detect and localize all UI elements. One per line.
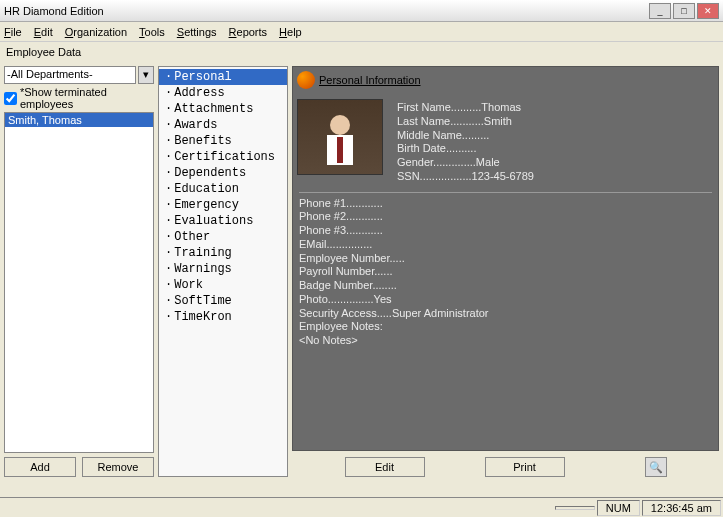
category-dependents[interactable]: Dependents (159, 165, 287, 181)
left-panel: -All Departments- ▾ *Show terminated emp… (4, 66, 154, 477)
print-button[interactable]: Print (485, 457, 565, 477)
show-terminated-checkbox[interactable] (4, 92, 17, 105)
menu-edit[interactable]: Edit (34, 26, 53, 38)
edit-button[interactable]: Edit (345, 457, 425, 477)
category-certifications[interactable]: Certifications (159, 149, 287, 165)
tool-icon[interactable]: 🔍 (645, 457, 667, 477)
category-timekron[interactable]: TimeKron (159, 309, 287, 325)
category-warnings[interactable]: Warnings (159, 261, 287, 277)
category-emergency[interactable]: Emergency (159, 197, 287, 213)
status-bar: NUM 12:36:45 am (0, 497, 723, 517)
category-softtime[interactable]: SoftTime (159, 293, 287, 309)
menu-bar: File Edit Organization Tools Settings Re… (0, 22, 723, 42)
status-num: NUM (597, 500, 640, 516)
category-address[interactable]: Address (159, 85, 287, 101)
minimize-button[interactable]: _ (649, 3, 671, 19)
section-icon (297, 71, 315, 89)
svg-rect-2 (337, 137, 343, 163)
category-list: Personal Address Attachments Awards Bene… (158, 66, 288, 477)
svg-point-0 (330, 115, 350, 135)
menu-help[interactable]: Help (279, 26, 302, 38)
category-personal[interactable]: Personal (159, 69, 287, 85)
menu-file[interactable]: File (4, 26, 22, 38)
detail-head-text: First Name..........Thomas Last Name....… (391, 99, 540, 186)
category-awards[interactable]: Awards (159, 117, 287, 133)
menu-reports[interactable]: Reports (229, 26, 268, 38)
employee-list[interactable]: Smith, Thomas (4, 112, 154, 453)
maximize-button[interactable]: □ (673, 3, 695, 19)
panel-label: Employee Data (0, 42, 723, 62)
section-title-text: Personal Information (319, 74, 421, 86)
remove-button[interactable]: Remove (82, 457, 154, 477)
category-education[interactable]: Education (159, 181, 287, 197)
category-work[interactable]: Work (159, 277, 287, 293)
close-button[interactable]: ✕ (697, 3, 719, 19)
menu-settings[interactable]: Settings (177, 26, 217, 38)
separator (299, 192, 712, 193)
detail-body-text: Phone #1............ Phone #2...........… (293, 195, 718, 350)
menu-tools[interactable]: Tools (139, 26, 165, 38)
section-title: Personal Information (293, 67, 718, 95)
status-empty (555, 506, 595, 510)
menu-organization[interactable]: Organization (65, 26, 127, 38)
category-evaluations[interactable]: Evaluations (159, 213, 287, 229)
status-time: 12:36:45 am (642, 500, 721, 516)
category-other[interactable]: Other (159, 229, 287, 245)
list-item[interactable]: Smith, Thomas (5, 113, 153, 127)
category-attachments[interactable]: Attachments (159, 101, 287, 117)
add-button[interactable]: Add (4, 457, 76, 477)
person-icon (315, 107, 365, 167)
detail-panel: Personal Information First Name.........… (292, 66, 719, 451)
show-terminated-label: *Show terminated employees (20, 86, 154, 110)
category-training[interactable]: Training (159, 245, 287, 261)
employee-photo (297, 99, 383, 175)
window-title: HR Diamond Edition (4, 5, 647, 17)
title-bar: HR Diamond Edition _ □ ✕ (0, 0, 723, 22)
department-dropdown-icon[interactable]: ▾ (138, 66, 154, 84)
category-benefits[interactable]: Benefits (159, 133, 287, 149)
department-select[interactable]: -All Departments- (4, 66, 136, 84)
